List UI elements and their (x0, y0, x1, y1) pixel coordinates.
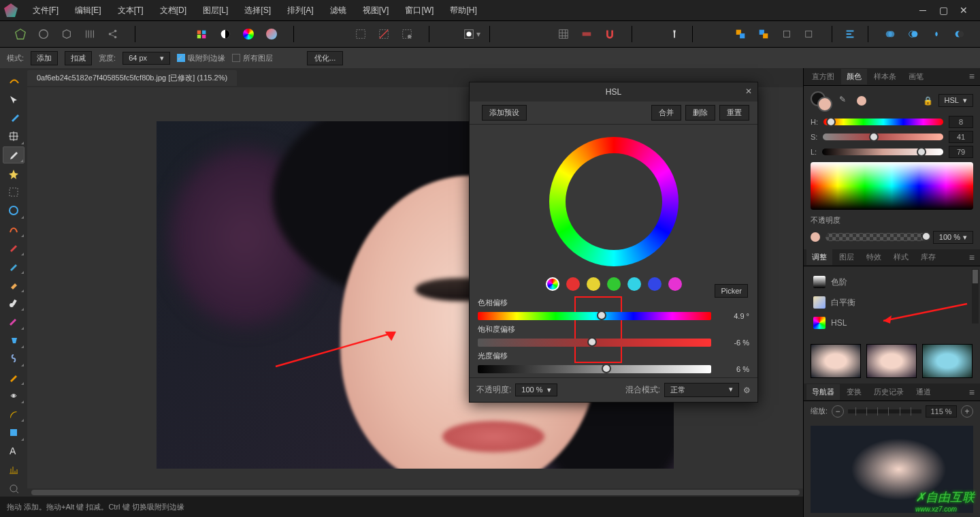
hsl-swatch-0[interactable] (546, 277, 559, 291)
dlg-opacity-field[interactable]: 100 %▾ (515, 383, 557, 396)
opacity-field[interactable]: 100 %▾ (933, 231, 973, 244)
flashlight-icon[interactable] (665, 25, 684, 44)
menu-文档[D][interactable]: 文档[D] (152, 0, 195, 20)
navtabs-历史记录[interactable]: 历史记录 (868, 384, 909, 400)
menu-帮助[H][interactable]: 帮助[H] (442, 0, 485, 20)
document-tab[interactable]: 0af6eb24c5182e7f405855fc5fcf80b.jpg [已修改… (27, 70, 237, 86)
mode-sub[interactable]: 扣减 (65, 51, 92, 65)
toolbar-share-icon[interactable] (103, 25, 122, 44)
adjust-scrollbar[interactable] (972, 269, 979, 324)
menu-图层[L][interactable]: 图层[L] (195, 0, 236, 20)
align-icon[interactable] (840, 25, 860, 44)
tool-18[interactable] (3, 405, 24, 422)
l-slider[interactable] (822, 148, 943, 155)
menu-选择[S][interactable]: 选择[S] (236, 0, 279, 20)
preset-thumb-3[interactable] (922, 344, 973, 378)
alllayers-check[interactable]: 所有图层 (232, 53, 273, 63)
zoom-value[interactable]: 115 % (926, 405, 957, 418)
arrange4-icon[interactable] (800, 25, 819, 44)
arrange2-icon[interactable] (754, 25, 773, 44)
toolbar-circle-icon[interactable] (34, 25, 53, 44)
no-select-icon[interactable] (374, 25, 393, 44)
optimize-button[interactable]: 优化... (307, 51, 343, 65)
adjusttabs-特效[interactable]: 特效 (861, 249, 887, 265)
spectrum-picker[interactable] (811, 162, 973, 210)
tool-17[interactable] (3, 387, 24, 404)
toolbar-cube-icon[interactable] (57, 25, 76, 44)
lum-slider[interactable] (478, 365, 711, 373)
s-value[interactable]: 41 (949, 131, 973, 143)
h-slider[interactable] (823, 119, 943, 125)
arrange3-icon[interactable] (777, 25, 796, 44)
width-field[interactable]: 64 px▾ (122, 52, 170, 65)
preset-thumb-2[interactable] (866, 344, 917, 378)
hsl-swatch-6[interactable] (668, 277, 682, 291)
swatches-icon[interactable] (193, 25, 212, 44)
hsl-close-icon[interactable]: ✕ (745, 87, 752, 96)
snap-check[interactable]: ✓吸附到边缘 (177, 53, 225, 63)
contrast-icon[interactable] (216, 25, 235, 44)
colortabs-样本条[interactable]: 样本条 (868, 69, 902, 84)
hsl-swatch-5[interactable] (648, 277, 662, 291)
menu-文本[T][interactable]: 文本[T] (110, 0, 152, 20)
hsl-swatch-2[interactable] (587, 277, 600, 291)
adjusttabs-图层[interactable]: 图层 (834, 249, 860, 265)
tool-16[interactable] (3, 369, 24, 386)
s-slider[interactable] (823, 134, 943, 140)
navtabs-menu-icon[interactable]: ≡ (969, 387, 977, 398)
tool-3[interactable] (3, 128, 24, 145)
color-mode-select[interactable]: HSL▾ (938, 94, 973, 107)
bool1-icon[interactable] (881, 25, 900, 44)
tool-2[interactable] (3, 109, 24, 126)
zoom-out-button[interactable]: − (832, 405, 844, 418)
hsl-swatch-3[interactable] (607, 277, 621, 291)
select-mod-icon[interactable] (397, 25, 416, 44)
h-value[interactable]: 8 (949, 116, 973, 128)
merge-button[interactable]: 合并 (651, 105, 681, 121)
bool2-icon[interactable] (904, 25, 923, 44)
zoom-slider[interactable] (848, 409, 921, 413)
magnet-icon[interactable] (600, 25, 619, 44)
colortabs-直方图[interactable]: 直方图 (806, 69, 840, 84)
sat-value[interactable]: -6 % (717, 339, 749, 347)
reset-button[interactable]: 重置 (719, 105, 749, 121)
navtabs-通道[interactable]: 通道 (911, 384, 936, 400)
menu-编辑[E][interactable]: 编辑[E] (67, 0, 110, 20)
navtabs-变换[interactable]: 变换 (841, 384, 867, 400)
menu-排列[A][interactable]: 排列[A] (279, 0, 322, 20)
tool-20[interactable]: A (3, 443, 24, 460)
zoom-in-button[interactable]: + (961, 405, 973, 418)
grid-icon[interactable] (554, 25, 573, 44)
window-maximize[interactable]: ▢ (938, 5, 949, 16)
menu-视图[V][interactable]: 视图[V] (355, 0, 397, 20)
tool-10[interactable] (3, 257, 24, 275)
adjusttabs-menu-icon[interactable]: ≡ (969, 252, 977, 263)
l-value[interactable]: 79 (949, 146, 973, 158)
tool-13[interactable] (3, 313, 24, 330)
toolbar-new-icon[interactable] (11, 25, 30, 44)
adjusttabs-样式[interactable]: 样式 (888, 249, 914, 265)
delete-button[interactable]: 删除 (685, 105, 715, 121)
lum-value[interactable]: 6 % (717, 365, 749, 373)
blend-select[interactable]: 正常▾ (664, 383, 739, 397)
mode-add[interactable]: 添加 (31, 51, 58, 65)
tool-9[interactable] (3, 239, 24, 256)
toolbar-bars-icon[interactable] (80, 25, 99, 44)
menu-文件[F][interactable]: 文件[F] (24, 0, 67, 20)
colortabs-画笔[interactable]: 画笔 (903, 69, 929, 84)
tool-0[interactable] (3, 72, 24, 89)
menu-窗口[W][interactable]: 窗口[W] (397, 0, 442, 20)
adjusttabs-调整[interactable]: 调整 (806, 249, 832, 265)
menu-滤镜[interactable]: 滤镜 (322, 0, 355, 20)
tool-5[interactable] (3, 165, 24, 182)
tool-12[interactable] (3, 294, 24, 311)
hsl-swatch-1[interactable] (566, 277, 580, 291)
tool-8[interactable] (3, 221, 24, 238)
navtabs-导航器[interactable]: 导航器 (806, 384, 840, 400)
sat-slider[interactable] (478, 339, 711, 347)
adjust-色阶[interactable]: 色阶 (811, 272, 966, 292)
quickmask-icon[interactable]: ▾ (462, 25, 481, 44)
color-wheel-icon[interactable] (239, 25, 258, 44)
tool-4[interactable] (3, 146, 24, 163)
hue-slider[interactable] (478, 312, 711, 320)
